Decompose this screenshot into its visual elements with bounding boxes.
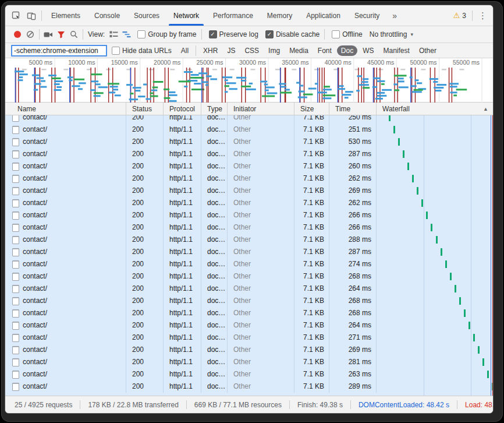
- filter-type-media[interactable]: Media: [285, 45, 313, 56]
- tab-memory[interactable]: Memory: [260, 5, 299, 26]
- request-row[interactable]: contact/200http/1.1doc…Other7.1 KB263 ms: [5, 368, 493, 380]
- request-name: contact/: [23, 307, 47, 319]
- cell-name: contact/: [5, 185, 126, 197]
- filter-type-manifest[interactable]: Manifest: [379, 45, 414, 56]
- filter-type-xhr[interactable]: XHR: [199, 45, 222, 56]
- cell-size: 7.1 KB: [294, 307, 329, 319]
- request-row[interactable]: contact/200http/1.1doc…Other7.1 KB268 ms: [5, 295, 493, 307]
- request-row[interactable]: contact/200http/1.1doc…Other7.1 KB268 ms: [5, 270, 493, 283]
- tab-performance[interactable]: Performance: [206, 5, 260, 26]
- request-row[interactable]: contact/200http/1.1doc…Other7.1 KB268 ms: [5, 307, 493, 319]
- request-row[interactable]: contact/200http/1.1doc…Other7.1 KB266 ms: [5, 209, 493, 221]
- request-row[interactable]: contact/200http/1.1doc…Other7.1 KB250 ms: [5, 115, 493, 124]
- divider: [324, 29, 325, 40]
- hide-data-urls-label: Hide data URLs: [122, 47, 172, 55]
- tab-elements[interactable]: Elements: [44, 5, 87, 26]
- cell-time: 266 ms: [329, 221, 377, 234]
- hide-data-urls-checkbox[interactable]: [112, 47, 120, 55]
- search-icon[interactable]: [68, 29, 80, 40]
- cell-time: 530 ms: [329, 136, 377, 148]
- clear-button[interactable]: [24, 29, 37, 40]
- filter-type-ws[interactable]: WS: [359, 45, 378, 56]
- request-row[interactable]: contact/200http/1.1doc…Other7.1 KB262 ms: [5, 172, 493, 185]
- column-header-initiator[interactable]: Initiator: [228, 103, 294, 115]
- offline-checkbox[interactable]: [332, 30, 340, 38]
- cell-waterfall: [377, 258, 493, 270]
- column-header-name[interactable]: Name: [5, 103, 126, 115]
- cell-initiator: Other: [228, 185, 294, 197]
- request-row[interactable]: contact/200http/1.1doc…Other7.1 KB281 ms: [5, 356, 493, 368]
- filter-type-all[interactable]: All: [177, 45, 193, 56]
- request-row[interactable]: contact/200http/1.1doc…Other7.1 KB274 ms: [5, 258, 493, 270]
- request-row[interactable]: contact/200http/1.1doc…Other7.1 KB260 ms: [5, 160, 493, 172]
- column-header-status[interactable]: Status: [126, 103, 164, 115]
- column-header-waterfall[interactable]: Waterfall▲: [377, 103, 493, 115]
- filter-icon[interactable]: [55, 29, 68, 40]
- panel-tabs: ElementsConsoleSourcesNetworkPerformance…: [44, 5, 386, 26]
- request-row[interactable]: contact/200http/1.1doc…Other7.1 KB530 ms: [5, 136, 493, 148]
- request-row[interactable]: contact/200http/1.1doc…Other7.1 KB287 ms: [5, 148, 493, 160]
- request-row[interactable]: contact/200http/1.1doc…Other7.1 KB271 ms: [5, 332, 493, 344]
- capture-screenshots-icon[interactable]: [42, 29, 55, 40]
- filter-input[interactable]: [11, 45, 107, 57]
- column-header-size[interactable]: Size: [294, 103, 329, 115]
- filter-type-js[interactable]: JS: [223, 45, 239, 56]
- tab-security[interactable]: Security: [347, 5, 386, 26]
- request-row[interactable]: contact/200http/1.1doc…Other7.1 KB266 ms: [5, 221, 493, 234]
- column-header-protocol[interactable]: Protocol: [164, 103, 201, 115]
- filter-type-doc[interactable]: Doc: [337, 45, 357, 56]
- kebab-menu-icon[interactable]: ⋮: [475, 10, 493, 21]
- cell-protocol: http/1.1: [164, 332, 201, 344]
- cell-time: 271 ms: [329, 332, 377, 344]
- inspect-element-button[interactable]: [9, 8, 24, 23]
- request-row[interactable]: contact/200http/1.1doc…Other7.1 KB251 ms: [5, 124, 493, 136]
- request-row[interactable]: contact/200http/1.1doc…Other7.1 KB288 ms: [5, 234, 493, 246]
- cell-initiator: Other: [228, 307, 294, 319]
- device-toolbar-button[interactable]: [24, 8, 39, 23]
- document-icon: [12, 285, 19, 293]
- cell-name: contact/: [5, 246, 126, 258]
- overview-view-icon[interactable]: [120, 29, 133, 40]
- request-row[interactable]: contact/200http/1.1doc…Other7.1 KB269 ms: [5, 344, 493, 356]
- record-button[interactable]: [11, 29, 24, 40]
- request-row[interactable]: contact/200http/1.1doc…Other7.1 KB262 ms: [5, 197, 493, 209]
- cell-size: 7.1 KB: [294, 124, 329, 136]
- cell-type: doc…: [201, 160, 228, 172]
- cell-initiator: Other: [228, 209, 294, 221]
- cell-type: doc…: [201, 368, 228, 380]
- tab-sources[interactable]: Sources: [127, 5, 166, 26]
- filter-type-other[interactable]: Other: [415, 45, 441, 56]
- tab-network[interactable]: Network: [166, 5, 206, 26]
- request-row[interactable]: contact/200http/1.1doc…Other7.1 KB269 ms: [5, 185, 493, 197]
- cell-waterfall: [377, 283, 493, 295]
- group-by-frame-checkbox[interactable]: [137, 30, 145, 38]
- filter-type-font[interactable]: Font: [314, 45, 336, 56]
- preserve-log-checkbox[interactable]: ✓: [209, 30, 217, 38]
- tab-application[interactable]: Application: [299, 5, 347, 26]
- disable-cache-checkbox[interactable]: ✓: [265, 30, 274, 38]
- document-icon: [12, 199, 19, 207]
- request-name: contact/: [23, 295, 47, 307]
- filter-type-img[interactable]: Img: [264, 45, 284, 56]
- waterfall-bar: [492, 383, 493, 390]
- cell-status: 200: [126, 246, 164, 258]
- request-row[interactable]: contact/200http/1.1doc…Other7.1 KB289 ms: [5, 380, 493, 393]
- request-row[interactable]: contact/200http/1.1doc…Other7.1 KB287 ms: [5, 246, 493, 258]
- filter-type-css[interactable]: CSS: [240, 45, 263, 56]
- column-header-type[interactable]: Type: [201, 103, 228, 115]
- large-rows-view-icon[interactable]: [107, 29, 120, 40]
- console-warning-badge[interactable]: ⚠ 3: [450, 11, 470, 20]
- cell-type: doc…: [201, 185, 228, 197]
- status-item: 25 / 4925 requests: [12, 401, 74, 409]
- cell-size: 7.1 KB: [294, 295, 329, 307]
- request-row[interactable]: contact/200http/1.1doc…Other7.1 KB264 ms: [5, 283, 493, 295]
- throttling-dropdown[interactable]: No throttling ▾: [370, 30, 413, 38]
- column-label: Time: [335, 105, 350, 113]
- more-tabs-button[interactable]: »: [386, 11, 403, 20]
- column-header-time[interactable]: Time: [329, 103, 377, 115]
- request-row[interactable]: contact/200http/1.1doc…Other7.1 KB264 ms: [5, 319, 493, 332]
- waterfall-bar: [393, 126, 395, 133]
- network-overview[interactable]: 5000 ms10000 ms15000 ms20000 ms25000 ms3…: [5, 58, 493, 103]
- cell-protocol: http/1.1: [164, 380, 201, 393]
- tab-console[interactable]: Console: [87, 5, 127, 26]
